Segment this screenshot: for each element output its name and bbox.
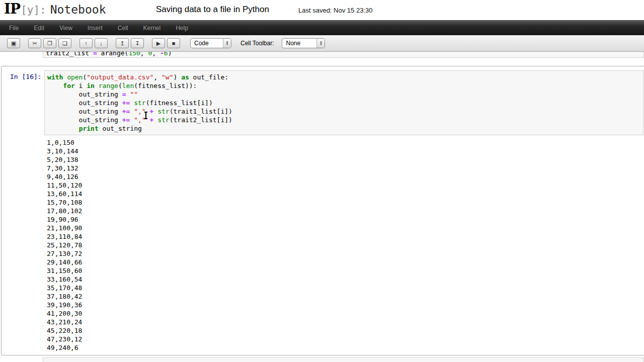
selected-cell[interactable]: In [16]: with open("output_data.csv", "w… (1, 66, 644, 355)
code-token: ) (173, 73, 181, 81)
stepper-icon: ▲ ▼ (223, 39, 231, 48)
code-token (146, 108, 150, 115)
header: IP [y]: Notebook Saving data to a file i… (0, 0, 644, 20)
code-token: out_string (47, 90, 122, 98)
logo-ip-text: IP (4, 1, 20, 17)
code-token: ) (168, 52, 172, 57)
code-token: range (99, 82, 118, 89)
code-token: out_string (47, 108, 122, 115)
cell-type-select[interactable]: Code ▲ ▼ (190, 38, 231, 48)
code-token: "" (130, 90, 138, 98)
output-line: 3,10,144 (47, 147, 641, 155)
notebook-area: trait2_list = arange(150, 0, -6) In [16]… (0, 52, 644, 362)
code-line: for i in range(len(fitness_list)): (47, 81, 641, 90)
cut-cell-button[interactable]: ✂ (28, 38, 41, 48)
toolbar-buttons: ▣✂❐❏↑↓↥↧▶■ (7, 38, 182, 48)
notebook-app: IP [y]: Notebook Saving data to a file i… (0, 0, 644, 362)
code-token: trait2_list (46, 52, 93, 57)
code-token: for (63, 82, 74, 89)
paste-cell-button[interactable]: ❏ (58, 38, 71, 48)
code-token: str (134, 99, 145, 107)
output-line: 1,0,150 (47, 138, 641, 147)
code-line: trait2_list = arange(150, 0, -6) (46, 52, 172, 57)
output-line: 9,40,126 (47, 172, 641, 181)
menu-item-file[interactable]: File (3, 25, 25, 32)
code-token: out_string (99, 125, 142, 132)
cell-toolbar-value: None (282, 40, 316, 47)
code-token (95, 82, 99, 89)
code-token: "," (134, 116, 145, 124)
input-prompt: In [16]: (2, 70, 44, 135)
output-line: 23,110,84 (47, 232, 641, 241)
output-line: 31,150,60 (47, 266, 641, 275)
code-token: open (67, 73, 83, 81)
menu-bar: FileEditViewInsertCellKernelHelp (0, 20, 644, 35)
output-line: 35,170,48 (47, 284, 641, 292)
stepper-down-icon: ▼ (226, 43, 229, 46)
menu-item-edit[interactable]: Edit (28, 25, 50, 32)
code-token: 6 (164, 52, 168, 57)
code-token: out_string (47, 99, 122, 107)
code-token: , (152, 52, 160, 57)
output-line: 19,90,96 (47, 215, 641, 224)
stepper-down-icon: ▼ (319, 43, 323, 46)
output-line: 17,80,102 (47, 207, 641, 215)
output-line: 47,230,12 (47, 335, 641, 343)
code-token: "w" (162, 73, 173, 81)
logo-notebook-text: Notebook (50, 3, 106, 16)
code-line: out_string = "" (47, 90, 641, 99)
menu-item-help[interactable]: Help (170, 25, 194, 32)
save-button[interactable]: ▣ (7, 38, 20, 48)
code-line: out_string += "," + str(trait1_list[i]) (47, 107, 641, 116)
previous-cell[interactable]: trait2_list = arange(150, 0, -6) (0, 52, 644, 58)
cell-toolbar-select[interactable]: None ▲ ▼ (282, 38, 325, 48)
code-token: "output_data.csv" (87, 73, 153, 81)
code-token: , (140, 52, 148, 57)
next-cell-editor[interactable] (43, 357, 644, 362)
code-token: as (181, 73, 189, 81)
output-line: 29,140,66 (47, 258, 641, 266)
output-line: 49,240,6 (47, 343, 641, 352)
code-token: arange( (97, 52, 129, 57)
code-token: - (160, 52, 164, 57)
output-line: 33,160,54 (47, 275, 641, 284)
notebook-title[interactable]: Saving data to a file in Python (156, 5, 269, 15)
move-cell-up-button[interactable]: ↑ (79, 38, 93, 48)
interrupt-kernel-button[interactable]: ■ (167, 38, 180, 48)
code-token: "," (134, 108, 145, 115)
code-line: out_string += "," + str(trait2_list[i]) (47, 116, 641, 124)
insert-cell-below-button[interactable]: ↧ (131, 38, 144, 48)
next-cell[interactable] (0, 357, 644, 362)
code-token: (trait2_list[i]) (170, 116, 232, 124)
move-cell-down-button[interactable]: ↓ (95, 38, 108, 48)
code-editor[interactable]: with open("output_data.csv", "w") as out… (44, 70, 644, 135)
output-line: 13,60,114 (47, 190, 641, 198)
output-line: 7,30,132 (47, 164, 641, 172)
code-token: ( (118, 82, 122, 89)
code-token: += (122, 116, 130, 124)
code-token: str (157, 116, 169, 124)
code-token: out_file: (189, 73, 228, 81)
previous-cell-editor[interactable]: trait2_list = arange(150, 0, -6) (43, 52, 644, 58)
code-token (47, 82, 63, 89)
output-line: 15,70,108 (47, 198, 641, 207)
logo-y-text: [y]: (21, 4, 46, 16)
code-token: str (157, 108, 169, 115)
menu-item-view[interactable]: View (53, 25, 78, 32)
copy-cell-button[interactable]: ❐ (43, 38, 56, 48)
code-token: = (122, 90, 126, 98)
code-token: print (79, 125, 99, 132)
code-token: with (47, 73, 63, 81)
menu-item-insert[interactable]: Insert (82, 25, 109, 32)
output-line: 45,220,18 (47, 326, 641, 335)
output-line: 37,180,42 (47, 292, 641, 301)
run-cell-button[interactable]: ▶ (152, 38, 165, 48)
ipython-logo[interactable]: IP [y]: Notebook (4, 1, 106, 17)
menu-item-cell[interactable]: Cell (112, 25, 134, 32)
code-token: += (122, 99, 130, 107)
output-line: 27,130,72 (47, 249, 641, 258)
menu-item-kernel[interactable]: Kernel (137, 25, 167, 32)
code-token: i (75, 82, 87, 89)
output-area: 1,0,1503,10,1445,20,1387,30,1329,40,1261… (44, 135, 644, 354)
insert-cell-above-button[interactable]: ↥ (116, 38, 129, 48)
